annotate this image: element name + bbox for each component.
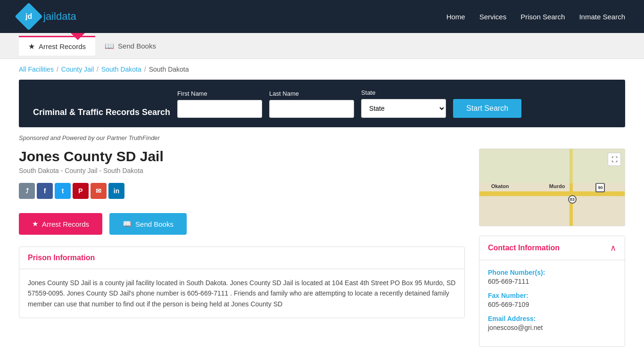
email-button[interactable]: ✉ xyxy=(91,183,107,199)
breadcrumb-sep-2: / xyxy=(97,66,99,73)
route-83-badge: 83 xyxy=(568,195,577,204)
phone-label: Phone Number(s): xyxy=(488,269,616,276)
map-terrain-top xyxy=(479,149,625,183)
prison-info-box: Prison Information Jones County SD Jail … xyxy=(19,247,465,318)
nav-home[interactable]: Home xyxy=(446,13,465,21)
facility-subtitle: South Dakota - County Jail - South Dakot… xyxy=(19,167,465,174)
book-icon-btn: 📖 xyxy=(123,220,132,228)
tab-arrest-records[interactable]: ★ Arrest Records xyxy=(19,36,95,56)
main-nav: Home Services Prison Search Inmate Searc… xyxy=(446,13,625,21)
facility-title: Jones County SD Jail xyxy=(19,148,465,165)
star-icon-btn: ★ xyxy=(32,220,38,228)
state-field: State State xyxy=(361,89,446,118)
map-container: 90 83 Okaton Murdo ⛶ Google ⌨ Map Data T… xyxy=(479,148,625,226)
email-label: Email Address: xyxy=(488,315,616,322)
breadcrumb-current: South Dakota xyxy=(149,66,189,73)
breadcrumb: All Facilities / County Jail / South Dak… xyxy=(0,59,644,80)
logo-jail: jail xyxy=(43,10,56,22)
nav-prison-search[interactable]: Prison Search xyxy=(520,13,565,21)
twitter-button[interactable]: t xyxy=(55,183,71,199)
prison-info-body: Jones County SD Jail is a county jail fa… xyxy=(19,269,464,318)
last-name-field: Last Name xyxy=(269,90,354,118)
logo-text: jaildata xyxy=(43,10,76,23)
chevron-up-icon[interactable]: ∧ xyxy=(610,243,616,253)
fax-value: 605-669-7109 xyxy=(488,301,616,308)
prison-info-header: Prison Information xyxy=(19,247,464,269)
prison-info-title: Prison Information xyxy=(28,254,456,262)
phone-field: Phone Number(s): 605-669-7111 xyxy=(488,269,616,285)
nav-services[interactable]: Services xyxy=(479,13,507,21)
search-bar-title: Criminal & Traffic Records Search xyxy=(33,107,170,118)
logo-jd-text: jd xyxy=(25,12,32,21)
arrest-records-button[interactable]: ★ Arrest Records xyxy=(19,213,102,235)
main-content: Jones County SD Jail South Dakota - Coun… xyxy=(0,148,644,361)
arrest-records-label: Arrest Records xyxy=(42,220,89,228)
action-buttons: ★ Arrest Records 📖 Send Books xyxy=(19,213,465,235)
breadcrumb-south-dakota[interactable]: South Dakota xyxy=(101,66,141,73)
fax-label: Fax Number: xyxy=(488,292,616,299)
facebook-button[interactable]: f xyxy=(37,183,53,199)
state-label: State xyxy=(361,89,446,96)
breadcrumb-all-facilities[interactable]: All Facilities xyxy=(19,66,54,73)
first-name-label: First Name xyxy=(177,90,262,97)
contact-card-body: Phone Number(s): 605-669-7111 Fax Number… xyxy=(479,260,625,346)
tab-arrest-records-label: Arrest Records xyxy=(39,42,86,50)
map-label-murdo: Murdo xyxy=(549,183,565,189)
map-footer: Google ⌨ Map Data Terms Report a map err… xyxy=(479,226,625,226)
star-icon: ★ xyxy=(28,42,35,51)
start-search-button[interactable]: Start Search xyxy=(453,99,521,118)
state-select[interactable]: State xyxy=(361,99,446,118)
book-icon: 📖 xyxy=(105,41,114,50)
logo-diamond-icon: jd xyxy=(15,2,42,30)
breadcrumb-county-jail[interactable]: County Jail xyxy=(61,66,94,73)
map-label-okaton: Okaton xyxy=(491,183,509,189)
left-column: Jones County SD Jail South Dakota - Coun… xyxy=(19,148,465,347)
map-fullscreen-button[interactable]: ⛶ xyxy=(608,153,621,166)
contact-header-title: Contact Information xyxy=(488,244,560,252)
share-button[interactable]: ⤴ xyxy=(19,183,35,199)
map-placeholder: 90 83 Okaton Murdo xyxy=(479,149,625,226)
email-field: Email Address: jonescoso@gri.net xyxy=(488,315,616,331)
tab-send-books-label: Send Books xyxy=(118,42,156,50)
logo-data: data xyxy=(56,10,76,22)
send-books-button[interactable]: 📖 Send Books xyxy=(109,213,187,235)
linkedin-button[interactable]: in xyxy=(108,183,124,199)
first-name-field: First Name xyxy=(177,90,262,118)
nav-inmate-search[interactable]: Inmate Search xyxy=(579,13,625,21)
pinterest-button[interactable]: P xyxy=(73,183,89,199)
last-name-input[interactable] xyxy=(269,100,354,118)
logo-area: jd jaildata xyxy=(19,7,76,26)
last-name-label: Last Name xyxy=(269,90,354,97)
search-bar: Criminal & Traffic Records Search First … xyxy=(19,80,625,127)
contact-card-header: Contact Information ∧ xyxy=(479,236,625,260)
breadcrumb-sep-1: / xyxy=(57,66,58,73)
contact-card: Contact Information ∧ Phone Number(s): 6… xyxy=(479,236,625,347)
right-column: 90 83 Okaton Murdo ⛶ Google ⌨ Map Data T… xyxy=(479,148,625,347)
social-share: ⤴ f t P ✉ in xyxy=(19,183,465,199)
sponsored-text: Sponsored and Powered by our Partner Tru… xyxy=(0,134,644,148)
map-background: 90 83 Okaton Murdo xyxy=(479,149,625,226)
route-90-badge: 90 xyxy=(595,183,605,192)
site-header: jd jaildata Home Services Prison Search … xyxy=(0,0,644,33)
first-name-input[interactable] xyxy=(177,100,262,118)
send-books-label: Send Books xyxy=(135,220,173,228)
breadcrumb-sep-3: / xyxy=(144,66,146,73)
fax-field: Fax Number: 605-669-7109 xyxy=(488,292,616,308)
phone-value: 605-669-7111 xyxy=(488,278,616,285)
tab-send-books[interactable]: 📖 Send Books xyxy=(95,37,165,55)
email-value: jonescoso@gri.net xyxy=(488,324,616,331)
tab-bar: ★ Arrest Records 📖 Send Books xyxy=(0,33,644,59)
